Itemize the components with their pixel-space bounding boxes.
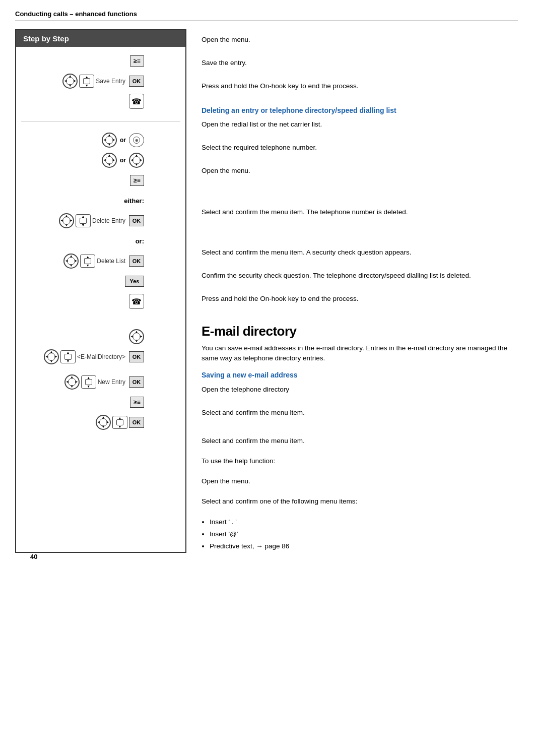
step-by-step-header: Step by Step — [16, 30, 185, 47]
select-menu-item2-text: Select and confirm the menu item. — [202, 437, 305, 445]
ok-button-4[interactable]: OK — [129, 351, 144, 362]
bullet-item-2: Insert '@' — [210, 528, 518, 540]
nav-icon-circ-5: ▲ ▼ ◄ ► — [59, 213, 74, 228]
page-number: 40 — [30, 553, 533, 560]
menu-button-icon-3[interactable]: ≥≡ — [130, 397, 144, 408]
select-one-of-text: Select and confirm one of the following … — [202, 497, 357, 505]
nav-icon-circ-4: ▲ ▼ ◄ ► — [129, 153, 144, 168]
nav-icon-circ-8: ▲ ▼ ◄ ► — [44, 349, 59, 364]
bullet-list: Insert ' . ' Insert '@' Predictive text,… — [210, 516, 518, 553]
emaildir-label: <E-MailDirectory> — [77, 353, 125, 360]
nav-icon-circ-2: ▲ ▼ ◄ ► — [102, 133, 117, 148]
select-menu-item-text: Select and confirm the menu item. — [202, 409, 305, 416]
onhook-text: Press and hold the On-hook key to end th… — [202, 82, 358, 90]
nav-icon-sq-2: ▲ ▼ — [76, 214, 91, 227]
left-panel: Step by Step ≥≡ ▲ ▼ ◄ — [15, 29, 186, 553]
save-entry-action-text: Save the entry. — [202, 59, 247, 67]
delete-entry-action-text: Select and confirm the menu item. The te… — [202, 208, 408, 216]
onhook-icon: ☎ — [129, 94, 144, 109]
nav-icon-sq-5: ▲ ▼ — [81, 375, 96, 389]
delete-section-heading: Deleting an entry or telephone directory… — [202, 106, 518, 115]
nav-icon-circ-3: ▲ ▼ ◄ ► — [102, 153, 117, 168]
nav-icon-sq: ▲ ▼ — [79, 75, 94, 88]
page-header: Conducting calls – enhanced functions — [15, 10, 518, 21]
saving-heading: Saving a new e-mail address — [202, 371, 518, 379]
nav-icon-circ-7: ▲ ▼ ◄ ► — [129, 329, 144, 344]
save-entry-label: Save Entry — [96, 78, 125, 85]
nav-icon-sq-4: ▲ ▼ — [60, 350, 76, 363]
ok-button-5[interactable]: OK — [129, 376, 144, 388]
open-menu2-text: Open the menu. — [202, 167, 250, 174]
nav-icon-sq-6: ▲ ▼ — [112, 416, 127, 429]
yes-button[interactable]: Yes — [125, 276, 144, 287]
emdir-description: You can save e-mail addresses in the e-m… — [202, 343, 518, 364]
nav-icon-circ-left: ▲ ▼ ◄ ► — [62, 74, 78, 89]
net-carrier-icon: ⊕ — [129, 133, 144, 147]
open-menu-text: Open the menu. — [202, 36, 250, 43]
open-menu3-text: Open the menu. — [202, 477, 250, 485]
menu-button-icon-2[interactable]: ≥≡ — [130, 175, 144, 186]
menu-button-icon[interactable]: ≥≡ — [130, 55, 144, 67]
onhook-icon-2: ☎ — [129, 294, 144, 309]
delete-list-label: Delete List — [97, 258, 125, 265]
nav-icon-circ-10: ▲ ▼ ◄ ► — [96, 415, 111, 430]
nav-icon-sq-3: ▲ ▼ — [80, 255, 95, 268]
ok-button[interactable]: OK — [129, 76, 144, 87]
help-label-text: To use the help function: — [202, 457, 275, 465]
either-label: either: — [124, 197, 144, 205]
or-label: or: — [136, 237, 144, 245]
yes-action-text: Confirm the security check question. The… — [202, 272, 471, 279]
open-tel-dir-text: Open the telephone directory — [202, 386, 289, 393]
bullet-item-3: Predictive text, → page 86 — [210, 540, 518, 552]
bullet-item-1: Insert ' . ' — [210, 516, 518, 528]
emdir-title: E-mail directory — [202, 324, 518, 339]
nav-icon-circ-6: ▲ ▼ ◄ ► — [63, 254, 79, 269]
open-redial-text: Open the redial list or the net carrier … — [202, 120, 322, 128]
select-number-text: Select the required telephone number. — [202, 144, 317, 151]
right-panel: Open the menu. Save the entry. Press and… — [186, 29, 518, 553]
new-entry-label: New Entry — [98, 379, 125, 386]
ok-button-3[interactable]: OK — [129, 256, 144, 267]
ok-button-6[interactable]: OK — [129, 417, 144, 428]
delete-list-action-text: Select and confirm the menu item. A secu… — [202, 248, 411, 256]
delete-entry-label: Delete Entry — [92, 217, 125, 224]
nav-icon-circ-9: ▲ ▼ ◄ ► — [64, 374, 80, 390]
ok-button-2[interactable]: OK — [129, 215, 144, 226]
onhook2-text: Press and hold the On-hook key to end th… — [202, 295, 358, 302]
